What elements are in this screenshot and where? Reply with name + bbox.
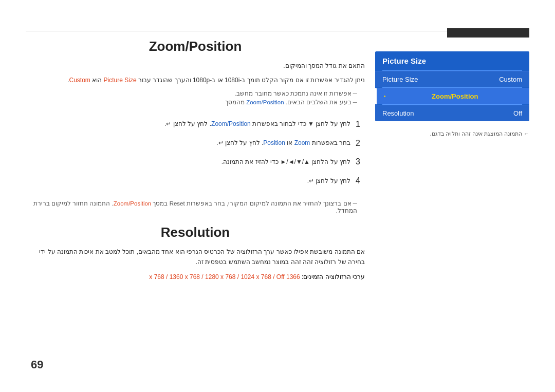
step-3: 3 לחץ על הלחצן ▲/▼/◄/► כדי להזיז את התמו… [26,153,365,172]
zoom-position-desc1: התאם את גודל המסך והמיקום. [26,61,365,71]
picture-size-header: Picture Size [375,51,529,70]
step-text-2: בחר באפשרות Zoom או Position. לחץ על לחצ… [26,138,350,149]
ps-dot-zoom: • [384,94,386,99]
resolution-values-list: 1366 x 768 / 1360 x 768 / 1280 x 768 / 1… [149,273,300,281]
step-text-1: לחץ על לחצן ▼ כדי לבחור באפשרות Zoom/Pos… [26,119,350,130]
main-content: Zoom/Position התאם את גודל המסך והמיקום.… [26,39,365,361]
step-number-1: 1 [356,117,365,132]
zoom-position-desc2: ניתן להגדיר אפשרות זו אם מקור הקלט תומך … [26,75,365,85]
ps-note: התמונה המוצגת אינה זהה ותלויה בדגם. [375,129,529,138]
resolution-values: ערכי הרזולוציה הזמינים: 1366 x 768 / 136… [26,272,365,282]
resolution-title: Resolution [26,225,365,240]
ps-row-zoom-position[interactable]: • Zoom/Position [375,88,529,104]
note-reset: אם ברצונך להחזיר את התמונה למיקום המקורי… [26,200,365,214]
picture-size-box: Picture Size Picture Size Custom • Zoom/… [375,51,529,121]
ps-label-zoom-position: Zoom/Position [432,92,478,100]
note-line-2: בעע את השלבים הבאים. Zoom/Position מהמסך [26,99,365,106]
resolution-desc: אם התמונה משובשת אפילו כאשר ערך הרזולוצי… [26,247,365,268]
ps-label-picture-size: Picture Size [382,76,418,83]
ps-value-custom: Custom [499,76,522,83]
step-text-4: לחץ על לחצן ↵. [26,176,350,187]
ps-row-resolution[interactable]: Resolution Off [375,105,529,121]
ps-row-picture-size[interactable]: Picture Size Custom [375,71,529,87]
right-panel: Picture Size Picture Size Custom • Zoom/… [375,51,529,138]
ps-value-off: Off [513,109,522,117]
note-line-1: אפשרות זו אינה נתמכת כאשר מחובר מחשב. [26,90,365,97]
step-4: 4 לחץ על לחצן ↵. [26,172,365,191]
step-number-4: 4 [356,174,365,189]
step-2: 2 בחר באפשרות Zoom או Position. לחץ על ל… [26,134,365,153]
zoom-position-menu-link: Zoom/Position [246,99,284,105]
step-1: 1 לחץ על לחצן ▼ כדי לבחור באפשרות Zoom/P… [26,115,365,134]
step1-link: Zoom/Position [211,120,251,127]
picture-size-link: Picture Size [104,77,137,84]
step-number-3: 3 [356,155,365,170]
step-text-3: לחץ על הלחצן ▲/▼/◄/► כדי להזיז את התמונה… [26,157,350,168]
top-right-bar [447,28,529,38]
step-number-2: 2 [356,136,365,151]
zoom-position-title: Zoom/Position [26,39,365,54]
ps-label-resolution: Resolution [382,109,414,117]
custom-link: Custom [69,77,90,84]
step2-position-link: Position [263,139,285,146]
zoom-position-reset-link: Zoom/Position [114,200,152,207]
step2-zoom-link: Zoom [294,139,310,146]
steps-list: 1 לחץ על לחצן ▼ כדי לבחור באפשרות Zoom/P… [26,115,365,191]
